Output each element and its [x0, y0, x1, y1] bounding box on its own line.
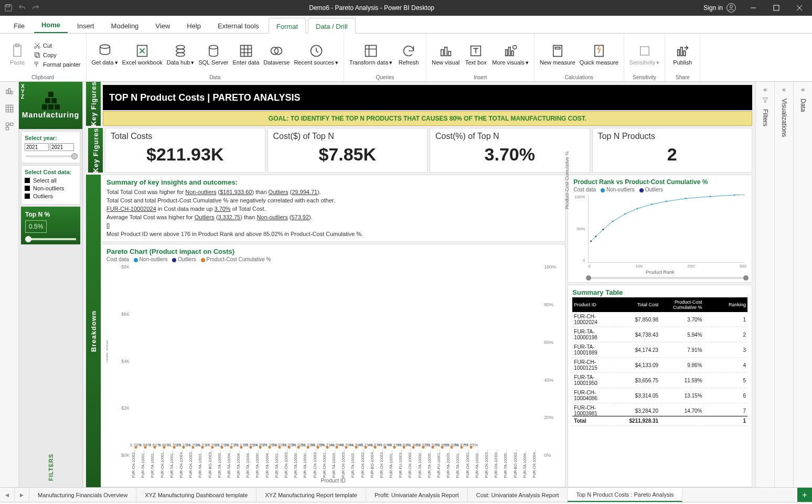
transform-data-button[interactable]: Transform data▾ — [348, 42, 393, 67]
menu-insert[interactable]: Insert — [70, 18, 102, 33]
paste-button[interactable]: Paste — [4, 42, 30, 67]
page-tab-4[interactable]: Profit: Univariate Analysis Report — [366, 488, 468, 502]
pareto-chart[interactable]: Pareto Chart (Product impact on Costs) C… — [101, 244, 565, 487]
copy-button[interactable]: Copy — [33, 51, 82, 59]
model-view-icon[interactable] — [5, 122, 14, 131]
sql-server-button[interactable]: SQL Server — [197, 42, 229, 67]
kpi-total-costs[interactable]: Total Costs$211.93K — [105, 128, 265, 173]
cost-data-slicer[interactable]: Select Cost data: Select all Non-outlier… — [21, 165, 80, 205]
svg-point-3 — [730, 5, 733, 8]
page-tab-2[interactable]: XYZ Manufacturing Dashboard template — [136, 488, 257, 502]
table-row[interactable]: FUR-CH-10003981$3,284.2014.70%7 — [572, 403, 747, 416]
kpi-top-n-products[interactable]: Top N Products2 — [592, 128, 753, 173]
sensitivity-label: Sensitivity — [629, 59, 656, 66]
publish-button[interactable]: Publish — [669, 42, 696, 67]
add-page-button[interactable]: + — [797, 488, 812, 502]
menu-external-tools[interactable]: External tools — [210, 18, 266, 33]
maximize-button[interactable] — [766, 0, 787, 16]
table-row[interactable]: FUR-TA-10001950$3,656.7511.59%5 — [572, 373, 747, 388]
cut-button[interactable]: Cut — [33, 41, 82, 50]
menu-file[interactable]: File — [6, 18, 32, 33]
kpi-cost-top-n[interactable]: Cost($) of Top N$7.85K — [268, 128, 428, 173]
new-visual-button[interactable]: New visual — [431, 42, 461, 67]
text-box-button[interactable]: Text box — [463, 42, 489, 67]
visualizations-pane-collapsed[interactable]: « Visualizations — [774, 82, 793, 487]
table-row[interactable]: FUR-CH-10001215$4,133.099.86%4 — [572, 358, 747, 373]
year-to-input[interactable] — [50, 143, 74, 151]
get-data-button[interactable]: Get data▾ — [91, 42, 119, 67]
year-from-input[interactable] — [25, 143, 49, 151]
col-ranking[interactable]: Ranking — [704, 297, 747, 312]
quick-measure-button[interactable]: Quick measure — [579, 42, 619, 67]
scatter-title: Product Rank vs Product-Cost Cumulative … — [573, 178, 746, 186]
year-slicer-label: Select year: — [25, 135, 77, 141]
col-product-id[interactable]: Product ID — [572, 297, 616, 312]
redo-icon[interactable] — [31, 4, 40, 12]
summary-table[interactable]: Summary Table Product ID Total Cost Prod… — [568, 285, 752, 487]
report-view-icon[interactable] — [5, 86, 14, 95]
top-n-slider-thumb[interactable] — [25, 236, 31, 242]
excel-button[interactable]: Excel workbook — [121, 42, 164, 67]
scatter-chart[interactable]: Product Rank vs Product-Cost Cumulative … — [568, 175, 752, 283]
kpi-cost-top-n-label: Cost($) of Top N — [273, 132, 422, 141]
col-total-cost[interactable]: Total Cost — [616, 297, 660, 312]
data-hub-button[interactable]: Data hub▾ — [166, 42, 196, 67]
tabs-next-button[interactable]: ► — [15, 488, 29, 502]
menu-format[interactable]: Format — [269, 18, 306, 34]
more-visuals-button[interactable]: More visuals▾ — [491, 42, 530, 67]
insights-box[interactable]: Summary of key insights and outcomes: To… — [101, 175, 565, 242]
minimize-button[interactable] — [743, 0, 764, 16]
sensitivity-button[interactable]: Sensitivity▾ — [628, 42, 661, 67]
svg-point-19 — [209, 46, 218, 49]
page-tab-3[interactable]: XYZ Manufacturing Report template — [257, 488, 366, 502]
top-n-slicer[interactable]: Top N % 0.5% — [21, 207, 80, 244]
tabs-prev-button[interactable]: ◄ — [0, 488, 15, 502]
table-row[interactable]: FUR-CH-10004086$3,314.0513.15%6 — [572, 388, 747, 403]
sign-in-button[interactable]: Sign in — [703, 3, 736, 13]
dataverse-button[interactable]: Dataverse — [262, 42, 291, 67]
new-measure-button[interactable]: New measure — [539, 42, 576, 67]
transform-data-label: Transform data — [349, 59, 388, 66]
close-button[interactable] — [789, 0, 810, 16]
menu-help[interactable]: Help — [179, 18, 208, 33]
page-tab-1[interactable]: Manufacturing Financials Overview — [29, 488, 136, 502]
recent-sources-button[interactable]: Recent sources▾ — [293, 42, 339, 67]
refresh-button[interactable]: Refresh — [396, 42, 422, 67]
undo-icon[interactable] — [18, 4, 26, 12]
enter-data-button[interactable]: Enter data — [232, 42, 261, 67]
format-painter-button[interactable]: Format painter — [33, 60, 82, 69]
year-slicer[interactable]: Select year: — [21, 131, 80, 163]
table-row[interactable]: FUR-CH-10002024$7,850.983.70%1 — [572, 312, 747, 327]
pareto-x-axis-label: Product ID — [106, 478, 560, 484]
non-outliers-option[interactable]: Non-outliers — [25, 185, 77, 191]
outliers-option[interactable]: Outliers — [25, 193, 77, 199]
insight-line-1: Total Total Cost was higher for Non-outl… — [106, 188, 560, 196]
menu-modeling[interactable]: Modeling — [104, 18, 146, 33]
format-painter-label: Format painter — [43, 61, 81, 68]
select-all-option[interactable]: Select all — [25, 177, 77, 184]
menu-home[interactable]: Home — [34, 17, 68, 33]
table-row[interactable]: FUR-TA-10001889$4,174.237.91%3 — [572, 342, 747, 358]
svg-point-56 — [710, 196, 711, 198]
svg-rect-43 — [6, 105, 13, 112]
year-slider-thumb[interactable] — [71, 153, 78, 159]
total-value: $211,928.31 — [616, 416, 660, 426]
total-rank: 1 — [704, 416, 747, 426]
table-row[interactable]: FUR-TA-10000198$4,738.435.94%2 — [572, 327, 747, 342]
scatter-y-label: Product-Cost Cumulative % — [564, 152, 570, 210]
svg-rect-36 — [640, 47, 648, 55]
menu-view[interactable]: View — [148, 18, 177, 33]
page-tab-6[interactable]: Top N Product Costs : Pareto Analysis — [568, 488, 682, 502]
col-cum-pct[interactable]: Product-Cost Cumulative % — [660, 297, 703, 312]
menu-data-drill[interactable]: Data / Drill — [308, 18, 356, 34]
table-view-icon[interactable] — [5, 104, 14, 113]
page-tab-5[interactable]: Cost: Univariate Analysis Report — [468, 488, 568, 502]
filters-pane-collapsed[interactable]: « Filters — [755, 82, 774, 487]
table-total-row: Total $211,928.31 1 — [572, 416, 747, 426]
outliers-label: Outliers — [33, 193, 53, 199]
save-icon[interactable] — [4, 4, 13, 12]
data-pane-collapsed[interactable]: « Data — [793, 82, 812, 487]
report-canvas[interactable]: XYZ Manufacturing Select year: Select Co… — [19, 82, 755, 487]
new-measure-label: New measure — [540, 59, 575, 66]
scatter-range-slider[interactable] — [588, 277, 746, 279]
